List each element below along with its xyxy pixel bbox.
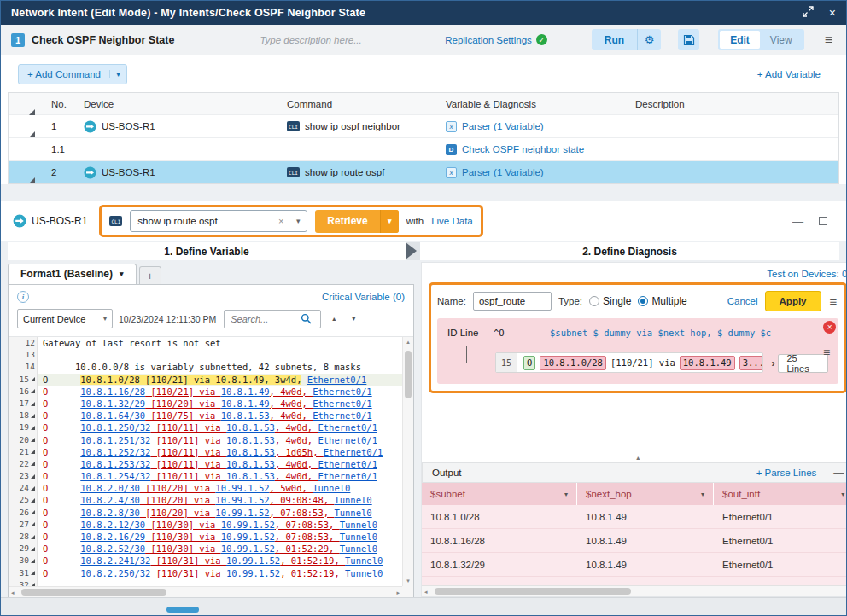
code-line-28[interactable]: 28O 10.8.2.16/29 [110/30] via 10.99.1.52…	[9, 531, 402, 543]
chevron-down-icon[interactable]: ▾	[120, 270, 124, 278]
run-settings-gear-icon[interactable]: ⚙	[637, 29, 661, 50]
scrollbar-thumb	[21, 589, 166, 596]
table-row[interactable]: 1.1 D Check OSPF neighbor state	[9, 137, 838, 160]
expand-icon[interactable]	[803, 6, 814, 20]
scroll-down-icon: ▾	[403, 578, 413, 584]
output-header: Output + Parse Lines —	[422, 462, 847, 483]
description-placeholder[interactable]: Type description here...	[260, 35, 361, 45]
code-line-15[interactable]: 15O 10.8.1.0/28 [110/21] via 10.8.1.49, …	[9, 374, 402, 386]
code-line-21[interactable]: 21O 10.8.1.252/32 [110/11] via 10.8.1.53…	[9, 446, 402, 458]
code-line-17[interactable]: 17O 10.8.1.32/29 [110/20] via 10.8.1.49,…	[9, 398, 402, 410]
test-on-devices-link[interactable]: Test on Devices: 0	[422, 263, 847, 282]
sample-token-text: [110/21] via	[610, 356, 675, 370]
cancel-link[interactable]: Cancel	[727, 296, 758, 306]
code-line-31[interactable]: 31O 10.8.2.250/32 [110/31] via 10.99.1.5…	[9, 567, 402, 579]
collapse-output-icon[interactable]: ▴	[422, 453, 847, 462]
id-line-value[interactable]: ^O	[494, 328, 545, 338]
menu-icon[interactable]: ≡	[825, 32, 832, 48]
cli-output-lines: 12Gateway of last resort is not set1314 …	[9, 337, 402, 586]
code-line-23[interactable]: 23O 10.8.1.254/32 [110/11] via 10.8.1.53…	[9, 470, 402, 482]
line-number-gutter: 23	[9, 470, 38, 482]
chevron-down-icon[interactable]: ▾	[109, 70, 126, 78]
code-line-24[interactable]: 24O 10.8.2.0/30 [110/20] via 10.99.1.52,…	[9, 482, 402, 494]
code-line-25[interactable]: 25O 10.8.2.4/30 [110/20] via 10.99.1.52,…	[9, 494, 402, 506]
critical-variable-link[interactable]: Critical Variable (0)	[322, 292, 405, 302]
add-variable-link[interactable]: + Add Variable	[757, 69, 821, 79]
intent-header: 1 Check OSPF Neighbor State Type descrip…	[1, 25, 846, 55]
live-data-link[interactable]: Live Data	[431, 216, 473, 226]
col-no: No.	[51, 99, 84, 109]
table-row[interactable]: 1 US-BOS-R1 CLI show ip ospf neighbor x …	[9, 114, 838, 137]
table-row-selected[interactable]: 2 US-BOS-R1 CLI show ip route ospf x Par…	[9, 160, 838, 183]
code-line-13[interactable]: 13	[9, 349, 402, 361]
type-single-option[interactable]: Single	[589, 295, 631, 307]
horizontal-scrollbar[interactable]: ◂ ▸	[9, 586, 402, 597]
page-scroll-indicator[interactable]	[166, 607, 199, 613]
minimize-icon[interactable]: —	[792, 215, 803, 228]
code-line-18[interactable]: 18O 10.8.1.64/30 [110/75] via 10.8.1.53,…	[9, 410, 402, 421]
clear-icon[interactable]: ×	[273, 216, 289, 226]
add-command-button[interactable]: + Add Command ▾	[18, 64, 127, 84]
parser-menu-icon[interactable]: ≡	[828, 294, 839, 309]
code-line-19[interactable]: 19O 10.8.1.250/32 [110/11] via 10.8.1.53…	[9, 421, 402, 433]
maximize-icon[interactable]	[819, 217, 827, 225]
variable-name-input[interactable]: ospf_route	[473, 292, 552, 311]
apply-button[interactable]: Apply	[765, 291, 821, 311]
code-line-14[interactable]: 14 10.0.0.0/8 is variably subnetted, 42 …	[9, 361, 402, 373]
pattern-menu-icon[interactable]: ≡	[823, 346, 830, 359]
step-arrow-icon	[406, 242, 417, 259]
retrieve-chevron-icon[interactable]: ▾	[380, 210, 399, 233]
tab-format1-baseline[interactable]: Format1 (Baseline) ▾	[8, 264, 137, 284]
output-horizontal-scrollbar[interactable]: ◂ ▸	[422, 585, 847, 596]
info-icon[interactable]: i	[17, 291, 29, 303]
output-column-header[interactable]: $out_intf▾	[714, 483, 847, 505]
parser-pattern-box: × ID Line ^O $subnet $_dummy via $next_h…	[437, 318, 838, 384]
output-column-header[interactable]: $subnet▾	[422, 483, 577, 505]
connector-line	[466, 346, 495, 363]
replication-settings-link[interactable]: Replication Settings	[445, 35, 532, 45]
scroll-up-icon: ▴	[403, 339, 413, 346]
chevron-down-icon[interactable]: ▾	[289, 217, 307, 225]
output-row[interactable]: 10.8.1.32/2910.8.1.49Ethernet0/1	[422, 553, 847, 577]
step-bar: 1. Define Variable 2. Define Diagnosis	[8, 242, 839, 260]
command-select[interactable]: show ip route ospf × ▾	[130, 210, 307, 232]
network-intent-dialog: Network Intent (Edit Mode) - My Intents/…	[0, 0, 847, 616]
retrieve-button[interactable]: Retrieve	[315, 210, 379, 233]
device-scope-select[interactable]: Current Device ▾	[17, 309, 113, 328]
search-input[interactable]	[231, 314, 301, 324]
minimize-output-icon[interactable]: —	[833, 467, 844, 479]
code-line-20[interactable]: 20O 10.8.1.251/32 [110/11] via 10.8.1.53…	[9, 434, 402, 446]
parser-link[interactable]: Parser (1 Variable)	[462, 121, 544, 131]
output-row[interactable]: 10.8.1.16/2810.8.1.49Ethernet0/1	[422, 529, 847, 553]
save-button[interactable]	[678, 29, 699, 50]
code-line-26[interactable]: 26O 10.8.2.8/30 [110/20] via 10.99.1.52,…	[9, 507, 402, 519]
remove-parser-icon[interactable]: ×	[823, 321, 836, 334]
code-line-27[interactable]: 27O 10.8.2.12/30 [110/30] via 10.99.1.52…	[9, 519, 402, 531]
type-multiple-option[interactable]: Multiple	[638, 295, 686, 307]
parse-pattern[interactable]: $subnet $_dummy via $next_hop, $_dummy $…	[550, 328, 808, 338]
close-icon[interactable]: ×	[829, 7, 836, 19]
code-line-29[interactable]: 29O 10.8.2.52/30 [110/30] via 10.99.1.52…	[9, 543, 402, 555]
code-line-12[interactable]: 12Gateway of last resort is not set	[9, 337, 402, 349]
output-column-header[interactable]: $next_hop▾	[577, 483, 714, 505]
code-line-22[interactable]: 22O 10.8.1.253/32 [110/11] via 10.8.1.53…	[9, 458, 402, 470]
view-toggle[interactable]: View	[760, 31, 803, 49]
diagnosis-link[interactable]: Check OSPF neighbor state	[462, 144, 584, 154]
output-row[interactable]: 10.8.1.64/3010.8.1.53Ethernet0/1	[422, 577, 847, 585]
run-button[interactable]: Run	[592, 29, 637, 50]
code-line-32[interactable]: 32	[9, 579, 402, 586]
search-prev-icon[interactable]: ▴	[327, 311, 341, 328]
edit-toggle[interactable]: Edit	[720, 31, 760, 49]
output-row[interactable]: 10.8.1.0/2810.8.1.49Ethernet0/1	[422, 505, 847, 529]
parser-link[interactable]: Parser (1 Variable)	[462, 167, 544, 177]
step-define-variable[interactable]: 1. Define Variable	[8, 242, 406, 260]
sample-token-pink: 10.8.1.49	[680, 356, 735, 370]
code-line-30[interactable]: 30O 10.8.2.241/32 [110/31] via 10.99.1.5…	[9, 555, 402, 567]
search-next-icon[interactable]: ▾	[347, 311, 360, 328]
step-define-diagnosis[interactable]: 2. Define Diagnosis	[420, 242, 839, 260]
matched-lines-button[interactable]: › 25 Lines	[771, 354, 828, 373]
add-format-tab[interactable]: +	[139, 266, 161, 284]
code-line-16[interactable]: 16O 10.8.1.16/28 [110/21] via 10.8.1.49,…	[9, 386, 402, 398]
vertical-scrollbar[interactable]: ▴ ▾	[402, 337, 413, 586]
parse-lines-link[interactable]: + Parse Lines	[756, 468, 817, 478]
